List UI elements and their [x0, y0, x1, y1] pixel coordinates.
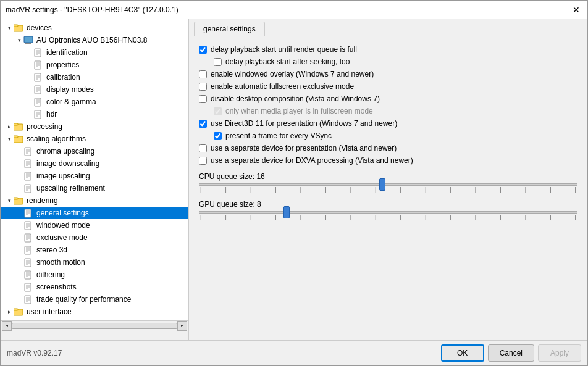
tree-item-stereo-3d[interactable]: stereo 3d — [1, 244, 188, 256]
doc-icon — [23, 233, 34, 243]
tree-label-rendering: rendering — [27, 196, 58, 205]
tree-label-devices: devices — [27, 23, 52, 32]
apply-button[interactable]: Apply — [538, 344, 581, 362]
checkbox-label-only-fullscreen: only when media player is in fullscreen … — [225, 107, 373, 115]
tree-item-general-settings[interactable]: general settings — [1, 207, 188, 219]
tree-item-chroma-upscaling[interactable]: chroma upscaling — [1, 145, 188, 157]
tree-item-windowed-mode[interactable]: windowed mode — [1, 219, 188, 231]
tree-label-smooth-motion: smooth motion — [36, 258, 85, 267]
tree-item-au-optronics[interactable]: ▾ AU Optronics AUO B156HTN03.8 — [1, 34, 188, 46]
checkbox-separate-device-dxva[interactable] — [199, 157, 207, 165]
doc-icon — [33, 97, 44, 107]
tree-item-dithering[interactable]: dithering — [1, 268, 188, 281]
bottom-bar: madVR v0.92.17 OK Cancel Apply — [1, 340, 587, 365]
doc-icon — [23, 171, 34, 181]
tree-item-properties[interactable]: properties — [1, 59, 188, 71]
checkbox-disable-desktop-comp[interactable] — [199, 95, 207, 103]
doc-icon — [33, 72, 44, 82]
tab-general-settings[interactable]: general settings — [194, 22, 265, 36]
checkbox-auto-fullscreen[interactable] — [199, 83, 207, 91]
tree-arrow-rendering: ▾ — [6, 198, 13, 204]
tree-arrow-user-interface: ▸ — [6, 309, 13, 315]
checkbox-row-direct3d11: use Direct3D 11 for presentation (Window… — [199, 119, 578, 128]
tree-label-user-interface: user interface — [27, 307, 72, 316]
checkbox-row-delay-playback-seek: delay playback start after seeking, too — [199, 57, 578, 66]
tree-item-processing[interactable]: ▸ processing — [1, 120, 188, 133]
svg-rect-1 — [14, 25, 18, 27]
tree-item-display-modes[interactable]: display modes — [1, 83, 188, 96]
checkbox-label-separate-device-present: use a separate device for presentation (… — [211, 144, 397, 152]
tree-item-identification[interactable]: identification — [1, 46, 188, 59]
tree-item-upscaling-refinement[interactable]: upscaling refinement — [1, 182, 188, 194]
horizontal-scrollbar: ◂ ▸ — [1, 320, 188, 330]
tree-label-scaling-algorithms: scaling algorithms — [27, 135, 86, 143]
gpu-queue-slider-container: |||||||||||||||| — [199, 211, 578, 220]
tree-item-image-downscaling[interactable]: image downscaling — [1, 157, 188, 170]
tree-label-upscaling-refinement: upscaling refinement — [36, 184, 105, 193]
checkbox-delay-playback-seek[interactable] — [214, 58, 222, 66]
folder-icon — [13, 134, 24, 144]
scroll-left-button[interactable]: ◂ — [2, 321, 12, 331]
tree-item-user-interface[interactable]: ▸ user interface — [1, 306, 188, 318]
cpu-queue-slider[interactable] — [199, 183, 578, 186]
tree-panel: ▾ devices ▾ AU Optronics AUO B156HTN03.8… — [1, 19, 189, 320]
tree-item-smooth-motion[interactable]: smooth motion — [1, 256, 188, 268]
right-panel: general settings delay playback start un… — [189, 19, 587, 340]
tree-label-stereo-3d: stereo 3d — [36, 246, 67, 254]
checkbox-present-frame[interactable] — [214, 132, 222, 140]
tree-label-identification: identification — [46, 48, 88, 57]
tree-label-color-gamma: color & gamma — [46, 98, 96, 106]
svg-rect-102 — [14, 309, 18, 310]
tree-item-color-gamma[interactable]: color & gamma — [1, 96, 188, 108]
gpu-queue-slider[interactable] — [199, 211, 578, 214]
tree-item-trade-quality[interactable]: trade quality for performance — [1, 293, 188, 306]
settings-content: delay playback start until render queue … — [189, 36, 587, 340]
gpu-queue-section: GPU queue size: 8 |||||||||||||||| — [199, 200, 578, 220]
tree-arrow-au-optronics: ▾ — [15, 37, 23, 43]
svg-rect-60 — [14, 198, 18, 199]
checkbox-separate-device-present[interactable] — [199, 144, 207, 152]
gpu-queue-ticks: |||||||||||||||| — [199, 214, 578, 220]
tree-item-hdr[interactable]: hdr — [1, 108, 188, 120]
content-area: ▾ devices ▾ AU Optronics AUO B156HTN03.8… — [1, 19, 587, 340]
cancel-button[interactable]: Cancel — [488, 344, 534, 362]
checkbox-label-delay-playback-seek: delay playback start after seeking, too — [225, 57, 350, 66]
scroll-track — [12, 323, 177, 329]
doc-icon — [23, 146, 34, 156]
svg-rect-2 — [24, 36, 33, 43]
tree-item-scaling-algorithms[interactable]: ▾ scaling algorithms — [1, 133, 188, 145]
folder-icon — [13, 23, 24, 33]
checkbox-row-auto-fullscreen: enable automatic fullscreen exclusive mo… — [199, 82, 578, 91]
monitor-icon — [23, 35, 34, 45]
doc-icon — [23, 294, 34, 304]
tree-label-processing: processing — [27, 122, 62, 131]
main-window: madVR settings - "DESKTOP-HR9T4C3" (127.… — [0, 0, 588, 366]
checkbox-label-present-frame: present a frame for every VSync — [225, 131, 332, 140]
tree-item-screenshots[interactable]: screenshots — [1, 281, 188, 293]
tree-arrow-devices: ▾ — [6, 25, 13, 31]
tree-item-devices[interactable]: ▾ devices — [1, 22, 188, 34]
doc-icon — [33, 85, 44, 94]
checkbox-direct3d11[interactable] — [199, 120, 207, 128]
tree-item-exclusive-mode[interactable]: exclusive mode — [1, 231, 188, 244]
checkbox-row-separate-device-dxva: use a separate device for DXVA processin… — [199, 156, 578, 165]
checkbox-windowed-overlay[interactable] — [199, 70, 207, 78]
folder-icon — [13, 307, 24, 317]
doc-icon — [23, 208, 34, 218]
checkbox-label-windowed-overlay: enable windowed overlay (Windows 7 and n… — [211, 70, 374, 78]
close-button[interactable]: ✕ — [570, 5, 582, 15]
scroll-right-button[interactable]: ▸ — [177, 321, 187, 331]
tree-label-properties: properties — [46, 60, 79, 69]
tree-item-rendering[interactable]: ▾ rendering — [1, 194, 188, 207]
window-title: madVR settings - "DESKTOP-HR9T4C3" (127.… — [6, 6, 178, 14]
doc-icon — [33, 60, 44, 70]
tree-item-calibration[interactable]: calibration — [1, 71, 188, 83]
tree-item-image-upscaling[interactable]: image upscaling — [1, 170, 188, 182]
checkbox-delay-playback-full[interactable] — [199, 46, 207, 54]
checkbox-only-fullscreen[interactable] — [214, 107, 222, 115]
doc-icon — [23, 282, 34, 292]
checkbox-row-separate-device-present: use a separate device for presentation (… — [199, 144, 578, 152]
doc-icon — [23, 257, 34, 267]
ok-button[interactable]: OK — [441, 344, 484, 362]
tree-label-dithering: dithering — [36, 270, 65, 279]
